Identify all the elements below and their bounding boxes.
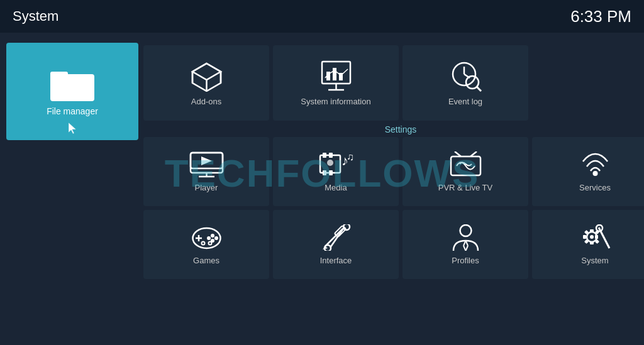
sysinfo-icon <box>319 60 353 92</box>
svg-point-40 <box>211 234 214 238</box>
svg-point-30 <box>327 160 333 166</box>
svg-point-44 <box>201 241 204 244</box>
services-label: Services <box>579 183 611 192</box>
pvr-icon <box>448 151 483 178</box>
sysinfo-tile[interactable]: System information <box>273 45 399 121</box>
left-panel: File manager <box>6 38 138 340</box>
svg-rect-27 <box>329 153 333 158</box>
interface-label: Interface <box>320 256 352 265</box>
settings-label: Settings <box>138 124 644 137</box>
svg-rect-26 <box>323 153 326 158</box>
bot-grid: Games Interface <box>138 210 644 283</box>
player-label: Player <box>195 183 218 192</box>
svg-rect-62 <box>595 235 598 239</box>
player-icon <box>189 151 224 178</box>
svg-point-43 <box>207 236 211 240</box>
svg-point-41 <box>214 236 218 240</box>
eventlog-tile[interactable]: Event log <box>402 45 528 121</box>
profiles-icon <box>448 224 483 251</box>
file-manager-tile[interactable]: File manager <box>6 43 138 140</box>
svg-marker-22 <box>201 156 212 165</box>
svg-marker-5 <box>192 63 221 80</box>
svg-marker-3 <box>69 123 76 134</box>
svg-rect-13 <box>333 68 336 80</box>
services-icon <box>578 151 613 178</box>
svg-point-52 <box>460 225 471 236</box>
svg-rect-61 <box>583 235 586 239</box>
svg-line-19 <box>477 87 481 91</box>
games-label: Games <box>193 256 219 265</box>
player-tile[interactable]: Player <box>143 137 269 206</box>
interface-tile[interactable]: Interface <box>273 210 399 279</box>
media-tile[interactable]: ♪ ♫ Media <box>273 137 399 206</box>
svg-point-58 <box>590 235 594 239</box>
pvr-label: PVR & Live TV <box>438 183 492 192</box>
pvr-tile[interactable]: PVR & Live TV <box>402 137 528 206</box>
svg-line-56 <box>465 246 468 251</box>
svg-rect-28 <box>323 170 326 175</box>
header: System 6:33 PM <box>0 0 644 33</box>
services-tile[interactable]: Services <box>532 137 644 206</box>
mid-grid: Player ♪ ♫ Media <box>138 137 644 210</box>
svg-line-46 <box>325 229 343 246</box>
main-content: File manager <box>0 33 644 345</box>
svg-rect-59 <box>590 229 594 233</box>
svg-point-36 <box>592 171 597 176</box>
sysinfo-label: System information <box>301 97 370 106</box>
eventlog-icon <box>448 60 483 92</box>
profiles-tile[interactable]: Profiles <box>402 210 528 279</box>
system-label: System <box>581 256 608 265</box>
app-title: System <box>13 8 58 25</box>
svg-rect-29 <box>329 170 333 175</box>
interface-icon <box>319 224 353 251</box>
addons-icon <box>189 60 224 92</box>
profiles-label: Profiles <box>452 256 479 265</box>
eventlog-label: Event log <box>448 97 482 106</box>
cursor <box>67 121 77 134</box>
media-icon: ♪ ♫ <box>319 151 353 178</box>
top-grid: Add-ons System information <box>138 41 644 124</box>
file-manager-label: File manager <box>47 106 98 116</box>
addons-label: Add-ons <box>191 97 221 106</box>
games-tile[interactable]: Games <box>143 210 269 279</box>
clock: 6:33 PM <box>570 7 631 26</box>
games-icon <box>189 224 224 251</box>
svg-text:♫: ♫ <box>347 151 353 162</box>
addons-tile[interactable]: Add-ons <box>143 45 269 121</box>
svg-rect-60 <box>590 241 594 244</box>
media-label: Media <box>325 183 347 192</box>
right-panel: Add-ons System information <box>138 38 644 340</box>
folder-icon <box>50 67 94 101</box>
system-icon <box>578 224 613 251</box>
svg-point-45 <box>208 241 211 244</box>
system-tile[interactable]: System <box>532 210 644 279</box>
